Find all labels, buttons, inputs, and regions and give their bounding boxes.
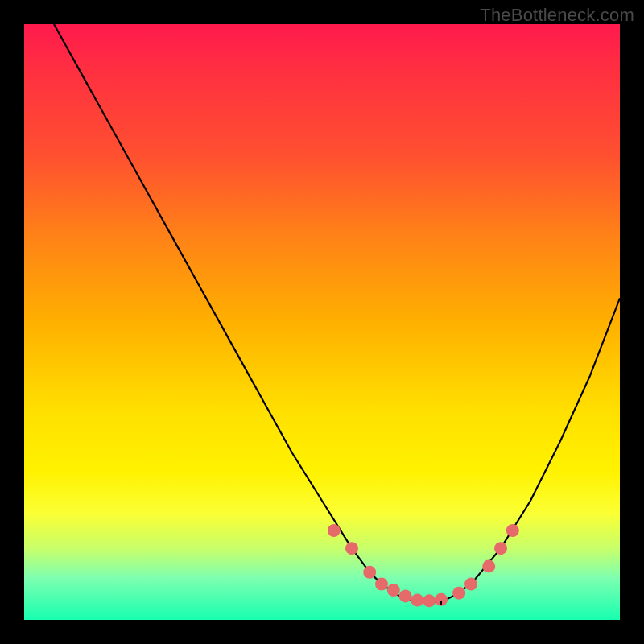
watermark-text: TheBottleneck.com xyxy=(480,5,634,26)
marker-group xyxy=(328,524,519,607)
marker-dot xyxy=(375,578,388,591)
marker-dot xyxy=(399,589,412,602)
bottleneck-curve xyxy=(54,24,620,602)
marker-dot xyxy=(506,524,519,537)
marker-dot xyxy=(482,559,495,572)
chart-svg xyxy=(24,24,620,620)
marker-dot xyxy=(464,578,477,591)
marker-dot xyxy=(363,566,376,579)
marker-dot xyxy=(328,524,341,537)
marker-dot xyxy=(494,542,507,555)
marker-dot xyxy=(452,587,465,600)
marker-dot xyxy=(387,584,400,597)
marker-dot xyxy=(423,594,436,607)
marker-dot xyxy=(345,542,358,555)
marker-dot xyxy=(411,594,423,607)
